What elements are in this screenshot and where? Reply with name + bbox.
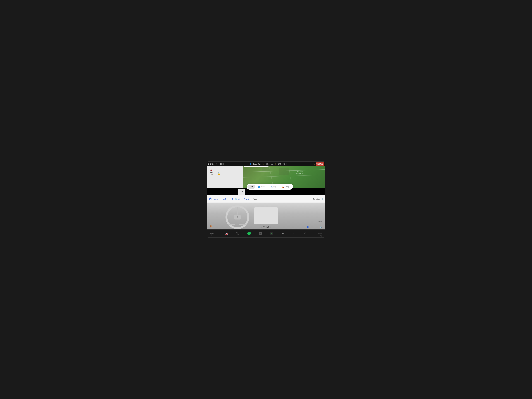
record-inner: [260, 233, 261, 234]
left-nav[interactable]: ‹: [210, 230, 210, 233]
interior-bg: T 🪑 〰 ≋ ‹ ⟳ 10 › Auto: [207, 203, 325, 229]
frunk-label: Open Frunk: [209, 171, 213, 175]
airbag-badge: PASSENGERAIRBAG OFF: [316, 162, 324, 166]
taskbar-dots[interactable]: •••: [289, 232, 300, 234]
temp-right: Manual HI 🔊: [318, 221, 322, 228]
auto-screen-label: Auto: [307, 224, 309, 226]
temperature-display: 59°F: [278, 163, 281, 165]
taskbar-phone[interactable]: 📞: [232, 232, 244, 235]
power-button[interactable]: ⏻: [209, 197, 212, 201]
seat-heat-left[interactable]: 🪑: [210, 225, 213, 228]
right-temp-value: HI: [319, 222, 322, 226]
play-icon: ▶: [282, 232, 284, 235]
right-temp-taskbar: HI: [320, 234, 322, 237]
frunk-controls: 🚗 Open Frunk 🔓: [209, 169, 241, 175]
fan-taskbar-icon: ⟳: [304, 232, 307, 235]
interior-screen: [254, 207, 278, 224]
svg-rect-5: [279, 168, 289, 175]
fan-speed-value: 10: [266, 226, 269, 228]
taskbar-car[interactable]: 🚗: [221, 232, 232, 235]
right-temp-mode-taskbar: Manual: [318, 233, 322, 234]
fan-left-arrow[interactable]: ‹: [261, 226, 261, 228]
open-frunk-button[interactable]: 🚗 Open Frunk: [209, 169, 213, 175]
taskbar-check[interactable]: ✓: [266, 232, 277, 235]
climate-dog-button[interactable]: 🐾 Dog: [268, 185, 279, 189]
frunk-icon: 🚗: [210, 169, 212, 171]
taskbar-spotify[interactable]: ♪: [243, 232, 255, 235]
status-bar: PRND 43 % 👤 Easy Entry ⬇ 11:38 am ☀ 59°F…: [207, 162, 325, 166]
fan-right-arrow[interactable]: ›: [270, 226, 271, 228]
unlock-icon: 🔓: [217, 172, 221, 175]
vent-controls[interactable]: ❄ 💨 🌬: [232, 198, 240, 200]
climate-keep-button[interactable]: 👥 Keep: [256, 185, 268, 189]
tesla-screen: PRND 43 % 👤 Easy Entry ⬇ 11:38 am ☀ 59°F…: [207, 161, 325, 238]
climate-off-button[interactable]: Off: [247, 185, 255, 189]
taskbar-fan[interactable]: ⟳: [300, 232, 311, 235]
open-trunk-label: Open Tr: [240, 190, 244, 195]
taskbar-play[interactable]: ▶: [277, 232, 289, 235]
climate-mode-popup[interactable]: Off 👥 Keep 🐾 Dog ⛺ Camp: [247, 184, 293, 190]
schedule-button[interactable]: Schedule 🕐: [313, 198, 323, 200]
schedule-label: Schedule: [313, 198, 320, 200]
front-rear-toggle[interactable]: Front Rear: [243, 197, 258, 201]
vent-icon-1[interactable]: ❄: [232, 198, 233, 200]
seat-heat-icon: 🪑: [210, 225, 213, 228]
clock-icon: 🕐: [321, 198, 323, 200]
bottom-vent-controls[interactable]: 〰 ≋: [255, 223, 261, 226]
seat-heat-icon2[interactable]: 〰: [255, 223, 258, 226]
battery-percent: 43 %: [215, 163, 219, 165]
vent-icon-bottom[interactable]: ≋: [260, 223, 261, 226]
fan-speed-icon: ⟳: [263, 226, 265, 228]
status-right: ⚠ PASSENGERAIRBAG OFF: [313, 162, 324, 166]
climate-bar: ⏻ Auto A/C ❄ 💨 🌬 Front Rear Schedule 🕐: [207, 195, 325, 203]
auto-screen-section[interactable]: Auto 🖥: [307, 224, 309, 228]
right-nav[interactable]: ›: [322, 230, 322, 232]
dog-label: Dog: [273, 186, 277, 188]
sw-spoke-right: [239, 224, 247, 225]
profile-icon: 👤: [249, 163, 252, 165]
left-temp-value: HI: [210, 234, 212, 237]
svg-text:The Great: The Great: [297, 171, 303, 172]
battery-bar: [220, 163, 224, 165]
tesla-logo: T: [237, 216, 238, 219]
download-icon: ⬇: [263, 163, 265, 165]
time-display: 11:38 am: [266, 163, 273, 165]
battery-section: 43 %: [215, 163, 224, 165]
steering-wheel: T: [226, 205, 249, 229]
dots-icon: •••: [293, 232, 296, 234]
gear-display[interactable]: PRND: [208, 163, 214, 165]
car-icon: 🚗: [225, 232, 228, 235]
open-trunk-section[interactable]: Open Tr: [238, 189, 245, 195]
front-button[interactable]: Front: [243, 197, 250, 201]
svg-text:American Ba...: American Ba...: [296, 173, 304, 174]
aqi-display: AQI 58: [283, 163, 287, 165]
auto-button[interactable]: Auto: [214, 198, 218, 200]
gear-text: PRND: [208, 163, 214, 165]
taskbar-camera[interactable]: [255, 232, 266, 235]
dog-icon: 🐾: [271, 186, 272, 188]
rear-button[interactable]: Rear: [252, 197, 258, 201]
separator1: [221, 197, 221, 201]
vent-icon-3[interactable]: 🌬: [238, 198, 240, 200]
sw-spoke-left: [228, 224, 235, 225]
vent-icon-2[interactable]: 💨: [234, 198, 237, 200]
easy-entry-badge: Easy Entry: [253, 163, 261, 165]
ac-button[interactable]: A/C: [223, 198, 226, 200]
taskbar-temp-right: › Manual HI: [312, 230, 322, 237]
taskbar-temp-left: ‹ Manual HI: [210, 230, 220, 237]
volume-icon[interactable]: 🔊: [320, 226, 322, 228]
keep-icon: 👥: [258, 186, 260, 188]
phone-icon: 📞: [236, 232, 240, 235]
auto-screen-icon: 🖥: [307, 226, 309, 228]
interior-view: T 🪑 〰 ≋ ‹ ⟳ 10 › Auto: [207, 203, 325, 229]
battery-fill: [220, 163, 222, 165]
easy-entry-label: Easy Entry: [253, 163, 261, 165]
climate-camp-button[interactable]: ⛺ Camp: [279, 185, 292, 189]
spotify-icon: ♪: [247, 232, 251, 235]
taskbar-center: 🚗 📞 ♪ ✓ ▶: [220, 232, 312, 235]
fan-speed-control[interactable]: ‹ ⟳ 10 ›: [261, 226, 271, 228]
sw-center: T: [234, 215, 241, 220]
camp-icon: ⛺: [282, 186, 284, 188]
status-center: 👤 Easy Entry ⬇ 11:38 am ☀ 59°F AQI 58: [224, 163, 313, 165]
airbag-text: PASSENGERAIRBAG OFF: [317, 163, 323, 165]
